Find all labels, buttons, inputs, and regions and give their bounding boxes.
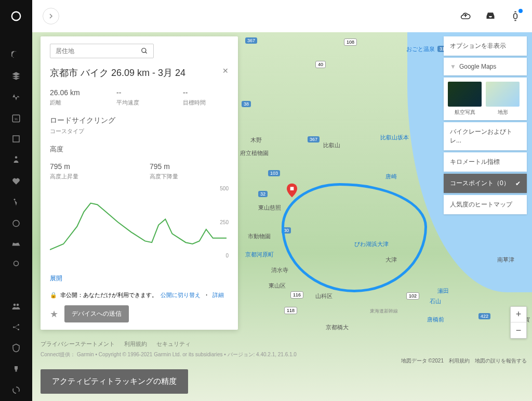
send-to-device-button[interactable]: デバイスへの送信 bbox=[64, 305, 129, 322]
svg-rect-3 bbox=[13, 136, 19, 142]
avg-speed-stat: -- 平均速度 bbox=[116, 88, 162, 107]
road-badge: 108 bbox=[344, 38, 357, 46]
map-label: 東山区 bbox=[269, 282, 286, 290]
favorite-star-button[interactable]: ★ bbox=[50, 308, 58, 320]
course-points-toggle[interactable]: コースポイント（0）✔ bbox=[444, 174, 527, 193]
news-icon[interactable] bbox=[6, 129, 26, 149]
action-row: ★ デバイスへの送信 bbox=[50, 305, 229, 322]
zoom-in-button[interactable]: + bbox=[511, 307, 526, 322]
nav-forward-button[interactable] bbox=[43, 8, 59, 24]
badge-icon[interactable] bbox=[6, 338, 26, 358]
road-badge: 367 bbox=[245, 37, 257, 44]
check-icon: ✔ bbox=[515, 180, 521, 187]
privacy-link[interactable]: プライバシーステートメント bbox=[41, 340, 115, 348]
zoom-out-button[interactable]: − bbox=[511, 322, 526, 338]
svg-point-9 bbox=[17, 304, 19, 306]
terms-link[interactable]: 利用規約 bbox=[124, 340, 147, 348]
road-badge: 422 bbox=[478, 313, 490, 319]
map-label: 清水寺 bbox=[271, 266, 288, 274]
app-logo[interactable] bbox=[10, 10, 22, 24]
stopwatch-icon[interactable] bbox=[6, 213, 26, 232]
svg-point-0 bbox=[12, 12, 21, 21]
report-error-link[interactable]: 地図の誤りを報告する bbox=[475, 357, 527, 365]
footer-links: プライバシーステートメント 利用規約 セキュリティ bbox=[41, 340, 191, 348]
layer-thumbnails: 航空写真 地形 bbox=[444, 77, 527, 120]
sync-icon[interactable] bbox=[6, 380, 26, 400]
course-type-label: コースタイプ bbox=[50, 127, 229, 135]
footer-copyright: Connect提供： Garmin • Copyright © 1996-202… bbox=[41, 351, 297, 358]
calendar-icon[interactable]: 31 bbox=[6, 108, 26, 128]
dashboard-icon[interactable] bbox=[6, 45, 26, 65]
connections-icon[interactable] bbox=[6, 317, 26, 337]
lock-icon: 🔒 bbox=[50, 292, 57, 299]
course-type-value: ロードサイクリング bbox=[50, 116, 229, 125]
svg-text:31: 31 bbox=[15, 118, 18, 121]
map-label: 東海道新幹線 bbox=[370, 308, 398, 315]
map-label: 比叡山坂本 bbox=[380, 134, 409, 141]
map-label: おごと温泉 bbox=[406, 45, 435, 53]
road-badge: 32 bbox=[258, 191, 268, 197]
ascent-stat: 795 m 高度上昇量 bbox=[50, 162, 129, 180]
svg-rect-13 bbox=[514, 14, 517, 19]
golf-icon[interactable] bbox=[6, 192, 26, 212]
map-label: 唐崎 bbox=[385, 173, 397, 180]
watch-icon[interactable] bbox=[509, 10, 522, 22]
svg-point-15 bbox=[142, 48, 146, 53]
start-marker-icon bbox=[287, 183, 297, 198]
activity-icon[interactable] bbox=[6, 87, 26, 107]
privacy-detail-link[interactable]: 詳細 bbox=[212, 291, 224, 299]
target-time-stat: -- 目標時間 bbox=[183, 88, 229, 107]
bike-lanes-toggle[interactable]: バイクレーンおよびトレ... bbox=[444, 122, 527, 150]
primary-stats: 26.06 km 距離 -- 平均速度 -- 目標時間 bbox=[50, 88, 229, 107]
map-label: 南草津 bbox=[497, 256, 514, 264]
road-badge: 367 bbox=[308, 136, 320, 143]
terms-link[interactable]: 利用規約 bbox=[449, 357, 470, 365]
elevation-heading: 高度 bbox=[50, 145, 229, 154]
shoe-icon[interactable] bbox=[6, 234, 26, 253]
person-icon[interactable] bbox=[6, 150, 26, 170]
heart-icon[interactable] bbox=[6, 171, 26, 190]
map-label: 東山慈照 bbox=[258, 204, 281, 212]
lightbulb-icon[interactable] bbox=[6, 254, 26, 274]
stats-icon[interactable] bbox=[6, 276, 26, 295]
trophy-icon[interactable] bbox=[6, 359, 26, 379]
map-label: 京都河原町 bbox=[245, 251, 274, 258]
map-label: 木野 bbox=[250, 136, 262, 144]
map-provider-row[interactable]: ▼Google Maps bbox=[444, 58, 527, 75]
hide-options-button[interactable]: オプションを非表示 bbox=[444, 36, 527, 56]
map-label: 石山 bbox=[430, 297, 441, 305]
svg-rect-14 bbox=[290, 187, 294, 190]
terrain-layer-button[interactable]: 地形 bbox=[486, 82, 520, 116]
cloud-upload-icon[interactable] bbox=[459, 10, 472, 22]
group-icon[interactable] bbox=[6, 296, 26, 316]
left-sidebar: 31 bbox=[0, 0, 32, 401]
map-label: 比叡山 bbox=[323, 141, 340, 149]
topbar bbox=[32, 0, 532, 32]
km-markers-toggle[interactable]: キロメートル指標 bbox=[444, 152, 527, 172]
road-badge: 102 bbox=[406, 292, 419, 300]
map-label: 京都橋大 bbox=[326, 324, 349, 331]
chart-expand-link[interactable]: 展開 bbox=[50, 274, 229, 283]
road-badge: 38 bbox=[242, 101, 251, 107]
layers-icon[interactable] bbox=[6, 66, 26, 86]
search-icon bbox=[141, 47, 148, 55]
map-label: 市動物園 bbox=[248, 232, 271, 240]
search-input[interactable] bbox=[56, 47, 141, 55]
security-link[interactable]: セキュリティ bbox=[156, 340, 191, 348]
activity-tracking-accuracy-button[interactable]: アクティビティトラッキングの精度 bbox=[41, 369, 188, 394]
svg-point-4 bbox=[15, 157, 18, 159]
road-badge: 116 bbox=[290, 291, 303, 299]
map-label: 府立植物園 bbox=[240, 149, 269, 157]
road-badge: 118 bbox=[284, 307, 297, 314]
map-label: 山科区 bbox=[315, 292, 332, 300]
heatmap-toggle[interactable]: 人気度のヒートマップ bbox=[444, 195, 527, 214]
elevation-stats: 795 m 高度上昇量 795 m 高度下降量 bbox=[50, 162, 229, 180]
switch-public-link[interactable]: 公開に切り替え bbox=[161, 291, 201, 299]
close-button[interactable]: ✕ bbox=[222, 67, 229, 75]
course-detail-panel: 京都市 バイク 26.09 km - 3月 24 ✕ 26.06 km 距離 -… bbox=[41, 36, 238, 330]
satellite-layer-button[interactable]: 航空写真 bbox=[448, 82, 482, 116]
location-search[interactable] bbox=[50, 44, 154, 58]
inbox-icon[interactable] bbox=[484, 10, 497, 22]
privacy-row: 🔒 非公開：あなただけが利用できます。 公開に切り替え ・ 詳細 bbox=[50, 291, 229, 299]
route-path bbox=[282, 183, 427, 292]
